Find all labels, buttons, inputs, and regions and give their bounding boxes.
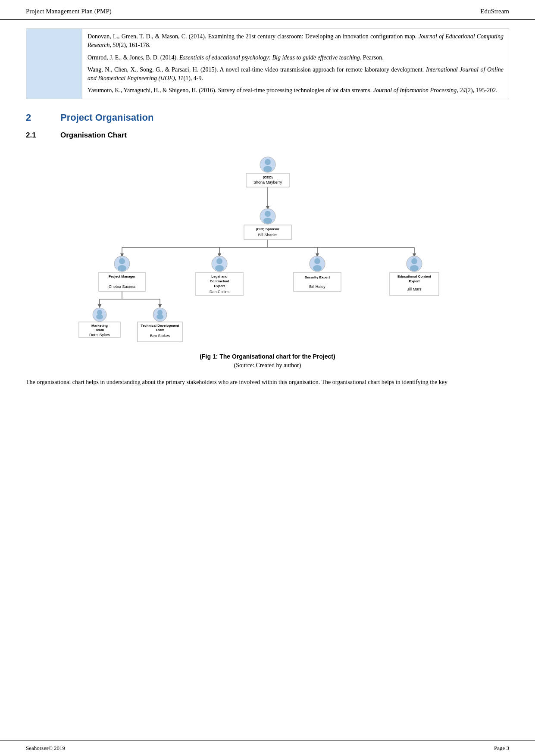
footer-right: Page 3 xyxy=(494,745,509,752)
section-2-heading: 2 Project Organisation xyxy=(26,112,509,123)
svg-text:Marketing: Marketing xyxy=(91,324,108,328)
svg-text:Ben Stokes: Ben Stokes xyxy=(150,334,170,338)
technical-node: Technical Development Team Ben Stokes xyxy=(138,308,182,342)
svg-point-31 xyxy=(119,258,125,264)
header-right: EduStream xyxy=(480,8,509,15)
svg-text:Security Expert: Security Expert xyxy=(304,275,330,279)
svg-point-20 xyxy=(263,166,272,172)
section-21-title: Organisation Chart xyxy=(60,131,127,140)
body-text: The organisational chart helps in unders… xyxy=(26,378,509,387)
ref-entry-1: Donovan, L., Green, T. D., & Mason, C. (… xyxy=(88,32,504,50)
svg-point-66 xyxy=(156,314,163,319)
ceo-node: (CEO) Shona Mayberry xyxy=(246,157,289,187)
ref-entry-2: Ormrod, J. E., & Jones, B. D. (2014). Es… xyxy=(88,53,504,62)
svg-point-26 xyxy=(263,218,272,224)
svg-point-59 xyxy=(96,314,103,319)
svg-text:Expert: Expert xyxy=(409,279,419,283)
org-chart-svg: (CEO) Shona Mayberry (CIO) Sponsor Bill … xyxy=(74,148,462,347)
svg-point-25 xyxy=(265,211,271,217)
educational-node: Educational Content Expert Jill Mars xyxy=(390,256,439,296)
ref-right-cell: Donovan, L., Green, T. D., & Mason, C. (… xyxy=(82,29,509,99)
svg-text:Jill Mars: Jill Mars xyxy=(407,287,421,291)
svg-text:Team: Team xyxy=(155,328,164,332)
svg-text:Shona Mayberry: Shona Mayberry xyxy=(253,180,282,184)
section-2-title: Project Organisation xyxy=(60,112,153,123)
pm-node: Project Manager Chetna Saxena xyxy=(99,256,145,291)
figure-caption-area: (Fig 1: The Organisational chart for the… xyxy=(26,353,509,360)
svg-text:Team: Team xyxy=(95,328,103,332)
page-header: Project Management Plan (PMP) EduStream xyxy=(0,0,535,20)
svg-text:Technical Development: Technical Development xyxy=(141,324,179,328)
figure-caption: (Fig 1: The Organisational chart for the… xyxy=(26,353,509,360)
header-left: Project Management Plan (PMP) xyxy=(26,8,112,15)
svg-text:(CIO) Sponsor: (CIO) Sponsor xyxy=(256,227,279,231)
svg-text:Contractual: Contractual xyxy=(210,279,228,283)
svg-point-51 xyxy=(411,258,417,264)
svg-text:Expert: Expert xyxy=(214,284,225,288)
svg-text:Dan Collins: Dan Collins xyxy=(209,290,229,294)
ref-left-cell xyxy=(26,29,82,99)
svg-text:Project Manager: Project Manager xyxy=(108,275,135,278)
page-content: Donovan, L., Green, T. D., & Mason, C. (… xyxy=(0,20,535,395)
svg-point-19 xyxy=(265,159,271,165)
section-21-number: 2.1 xyxy=(26,131,60,140)
svg-point-52 xyxy=(410,265,419,271)
svg-point-45 xyxy=(314,258,320,264)
svg-point-38 xyxy=(215,265,224,271)
svg-text:Bill Shanks: Bill Shanks xyxy=(258,233,277,237)
marketing-node: Marketing Team Doris Sykes xyxy=(79,308,120,337)
page-footer: Seahorses© 2019 Page 3 xyxy=(0,740,535,756)
svg-point-37 xyxy=(216,258,222,264)
ref-entry-4: Yasumoto, K., Yamaguchi, H., & Shigeno, … xyxy=(88,86,504,95)
svg-point-46 xyxy=(313,265,322,271)
svg-text:Chetna Saxena: Chetna Saxena xyxy=(108,284,135,289)
svg-text:Doris Sykes: Doris Sykes xyxy=(89,333,110,337)
footer-left: Seahorses© 2019 xyxy=(26,745,65,752)
svg-text:Educational Content: Educational Content xyxy=(397,275,431,278)
legal-node: Legal and Contractual Expert Dan Collins xyxy=(196,256,243,296)
figure-source: (Source: Created by author) xyxy=(26,362,509,369)
page: Project Management Plan (PMP) EduStream … xyxy=(0,0,535,756)
org-chart: (CEO) Shona Mayberry (CIO) Sponsor Bill … xyxy=(26,148,509,347)
cio-node: (CIO) Sponsor Bill Shanks xyxy=(244,209,291,240)
references-table: Donovan, L., Green, T. D., & Mason, C. (… xyxy=(26,28,509,99)
section-21-heading: 2.1 Organisation Chart xyxy=(26,131,509,140)
svg-point-32 xyxy=(118,265,126,271)
svg-text:Bill Haley: Bill Haley xyxy=(309,284,325,289)
section-2-number: 2 xyxy=(26,112,60,123)
svg-text:Legal and: Legal and xyxy=(211,275,227,278)
security-node: Security Expert Bill Haley xyxy=(294,256,341,291)
ref-entry-3: Wang, N., Chen, X., Song, G., & Parsaei,… xyxy=(88,66,504,83)
svg-text:(CEO): (CEO) xyxy=(263,175,272,179)
